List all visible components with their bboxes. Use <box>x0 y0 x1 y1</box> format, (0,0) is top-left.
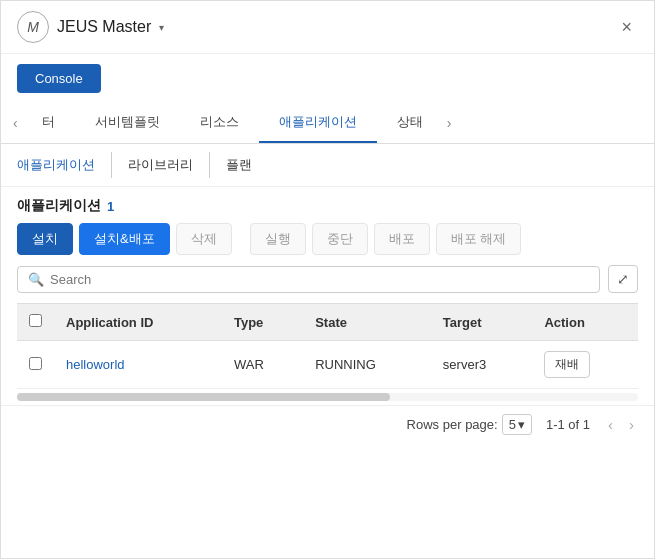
table-wrap: Application ID Type State Target Action … <box>1 303 654 389</box>
redeploy-button[interactable]: 재배 <box>544 351 590 378</box>
search-bar: 🔍 ⤢ <box>1 265 654 303</box>
app-id-link[interactable]: helloworld <box>66 357 125 372</box>
run-button[interactable]: 실행 <box>250 223 306 255</box>
row-checkbox[interactable] <box>29 357 42 370</box>
tab-상태[interactable]: 상태 <box>377 103 443 143</box>
tab-터[interactable]: 터 <box>22 103 75 143</box>
th-action: Action <box>532 304 638 341</box>
console-button[interactable]: Console <box>17 64 101 93</box>
section-title-text: 애플리케이션 <box>17 197 101 215</box>
title-dropdown-icon[interactable]: ▾ <box>159 22 164 33</box>
search-input[interactable] <box>50 272 589 287</box>
nav-tabs-top: ‹ 터 서비템플릿 리소스 애플리케이션 상태 › <box>1 103 654 144</box>
select-all-checkbox[interactable] <box>29 314 42 327</box>
tab-애플리케이션[interactable]: 애플리케이션 <box>259 103 377 143</box>
row-action: 재배 <box>532 341 638 389</box>
stop-button[interactable]: 중단 <box>312 223 368 255</box>
header-left: M JEUS Master ▾ <box>17 11 164 43</box>
sub-nav-application[interactable]: 애플리케이션 <box>17 152 112 178</box>
scrollbar-thumb <box>17 393 390 401</box>
app-title: JEUS Master <box>57 18 151 36</box>
sub-nav-library[interactable]: 라이브러리 <box>112 152 210 178</box>
next-page-button[interactable]: › <box>625 414 638 435</box>
search-icon: 🔍 <box>28 272 44 287</box>
applications-table: Application ID Type State Target Action … <box>17 303 638 389</box>
rows-per-page: Rows per page: 5 ▾ <box>407 414 532 435</box>
avatar: M <box>17 11 49 43</box>
deploy-button[interactable]: 배포 <box>374 223 430 255</box>
export-button[interactable]: ⤢ <box>608 265 638 293</box>
row-type: WAR <box>222 341 303 389</box>
section-title: 애플리케이션 1 <box>1 187 654 223</box>
rows-per-page-select[interactable]: 5 ▾ <box>502 414 532 435</box>
delete-button[interactable]: 삭제 <box>176 223 232 255</box>
nav-left-arrow[interactable]: ‹ <box>9 107 22 139</box>
pagination-bar: Rows per page: 5 ▾ 1-1 of 1 ‹ › <box>1 405 654 443</box>
th-type: Type <box>222 304 303 341</box>
table-header-row: Application ID Type State Target Action <box>17 304 638 341</box>
rows-per-page-label: Rows per page: <box>407 417 498 432</box>
sub-nav: 애플리케이션 라이브러리 플랜 <box>1 144 654 187</box>
action-bar: 설치 설치&배포 삭제 실행 중단 배포 배포 해제 <box>1 223 654 265</box>
rows-per-page-value: 5 <box>509 417 516 432</box>
install-deploy-button[interactable]: 설치&배포 <box>79 223 170 255</box>
section-count: 1 <box>107 199 114 214</box>
header: M JEUS Master ▾ × <box>1 1 654 54</box>
row-target: server3 <box>431 341 533 389</box>
undeploy-button[interactable]: 배포 해제 <box>436 223 522 255</box>
prev-page-button[interactable]: ‹ <box>604 414 617 435</box>
table-row: helloworld WAR RUNNING server3 재배 <box>17 341 638 389</box>
close-button[interactable]: × <box>615 15 638 40</box>
rows-select-arrow-icon: ▾ <box>518 417 525 432</box>
nav-right-arrow[interactable]: › <box>443 107 456 139</box>
th-checkbox <box>17 304 54 341</box>
search-input-wrap: 🔍 <box>17 266 600 293</box>
horizontal-scrollbar[interactable] <box>17 393 638 401</box>
row-checkbox-cell <box>17 341 54 389</box>
tab-리소스[interactable]: 리소스 <box>180 103 259 143</box>
console-area: Console <box>1 54 654 103</box>
row-app-id: helloworld <box>54 341 222 389</box>
page-info: 1-1 of 1 <box>546 417 590 432</box>
th-state: State <box>303 304 431 341</box>
tab-서비템플릿[interactable]: 서비템플릿 <box>75 103 180 143</box>
row-state: RUNNING <box>303 341 431 389</box>
th-app-id: Application ID <box>54 304 222 341</box>
install-button[interactable]: 설치 <box>17 223 73 255</box>
th-target: Target <box>431 304 533 341</box>
sub-nav-plan[interactable]: 플랜 <box>210 152 268 178</box>
